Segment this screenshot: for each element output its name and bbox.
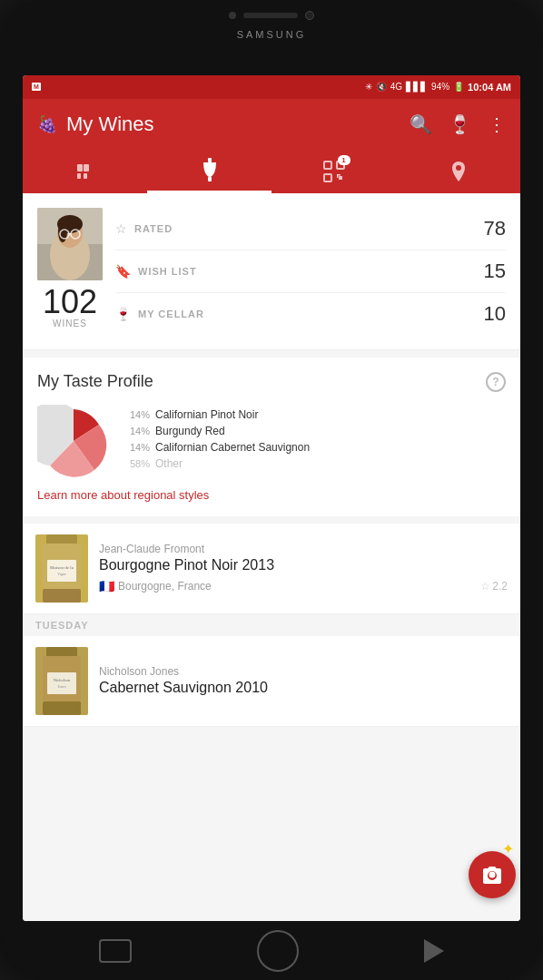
status-time: 10:04 AM xyxy=(468,82,511,93)
legend-label-2: Californian Cabernet Sauvignon xyxy=(155,441,310,454)
svg-rect-11 xyxy=(337,174,339,178)
status-bar: M ✳ 🔇 4G ▋▋▋ 94% 🔋 10:04 AM xyxy=(23,75,520,99)
more-icon[interactable]: ⋮ xyxy=(488,113,506,135)
status-right: ✳ 🔇 4G ▋▋▋ 94% 🔋 10:04 AM xyxy=(365,82,511,93)
profile-left: 102 WINES xyxy=(37,208,103,328)
legend-item-3: 58% Other xyxy=(124,457,506,470)
legend-pct-0: 14% xyxy=(124,409,150,420)
legend-item-0: 14% Californian Pinot Noir xyxy=(124,408,506,421)
recent-apps-btn[interactable] xyxy=(99,939,132,963)
wine-name-1: Cabernet Sauvignon 2010 xyxy=(99,680,508,696)
svg-rect-3 xyxy=(84,173,87,179)
battery-pct: 94% xyxy=(431,82,449,92)
content-area: 102 WINES ☆ RATED 78 🔖 xyxy=(23,193,520,922)
stat-rated[interactable]: ☆ RATED 78 xyxy=(115,208,506,250)
wine-count-block: 102 WINES xyxy=(43,286,97,328)
svg-point-12 xyxy=(456,165,461,171)
back-btn[interactable] xyxy=(424,939,444,963)
speaker-dot-left xyxy=(229,12,236,19)
svg-rect-25 xyxy=(43,589,81,603)
svg-rect-0 xyxy=(77,164,83,172)
wine-info-0: Jean-Claude Fromont Bourgogne Pinot Noir… xyxy=(99,543,508,593)
stat-cellar[interactable]: 🍷 MY CELLAR 10 xyxy=(115,293,506,335)
rating-star-icon: ☆ xyxy=(480,580,490,593)
svg-rect-1 xyxy=(84,164,89,172)
nav-left: 🍇 My Wines xyxy=(37,113,154,136)
svg-rect-2 xyxy=(77,173,81,179)
front-camera xyxy=(305,11,314,20)
svg-rect-8 xyxy=(324,174,331,181)
legend-item-2: 14% Californian Cabernet Sauvignon xyxy=(124,441,506,454)
stat-wishlist-count: 15 xyxy=(484,260,506,283)
mute-icon: 🔇 xyxy=(376,82,387,92)
svg-rect-9 xyxy=(339,176,342,180)
learn-more-link[interactable]: Learn more about regional styles xyxy=(37,488,506,502)
stat-wishlist-left: 🔖 WISH LIST xyxy=(115,264,197,279)
day-label: TUESDAY xyxy=(23,614,520,636)
stat-rated-count: 78 xyxy=(484,217,506,240)
wine-item-0[interactable]: Maison de la Vigne Jean-Claude Fromont B… xyxy=(23,524,520,614)
tab-cellar[interactable] xyxy=(23,150,147,193)
svg-text:Nicholson: Nicholson xyxy=(54,678,71,682)
grape-icon: 🍇 xyxy=(37,114,57,134)
profile-stats: ☆ RATED 78 🔖 WISH LIST 15 xyxy=(115,208,506,335)
svg-rect-6 xyxy=(324,162,331,169)
screen: M ✳ 🔇 4G ▋▋▋ 94% 🔋 10:04 AM 🍇 My Wines 🔍… xyxy=(23,75,520,922)
region-text-0: Bourgogne, France xyxy=(118,580,212,593)
help-icon[interactable]: ? xyxy=(486,372,506,392)
svg-text:Maison de la: Maison de la xyxy=(50,565,74,570)
wine-producer-0: Jean-Claude Fromont xyxy=(99,543,508,555)
stat-cellar-label: MY CELLAR xyxy=(138,309,204,319)
wine-region-0: 🇫🇷 Bourgogne, France xyxy=(99,579,212,593)
legend-label-0: Californian Pinot Noir xyxy=(155,408,258,421)
legend-pct-3: 58% xyxy=(124,458,150,469)
top-nav: 🍇 My Wines 🔍 🍷 ⋮ xyxy=(23,99,520,150)
user-avatar[interactable] xyxy=(37,208,103,280)
pie-chart xyxy=(37,405,110,477)
legend-pct-2: 14% xyxy=(124,442,150,453)
star-icon: ☆ xyxy=(115,221,127,236)
taste-content: 14% Californian Pinot Noir 14% Burgundy … xyxy=(37,405,506,477)
tab-scan[interactable]: 1 xyxy=(272,150,396,193)
tab-bar: 1 xyxy=(23,150,520,193)
svg-text:Jones: Jones xyxy=(58,684,66,689)
phone-hardware-bottom xyxy=(0,921,543,980)
legend-label-3: Other xyxy=(155,457,183,470)
tab-map[interactable] xyxy=(396,150,520,193)
stat-rated-label: RATED xyxy=(134,223,173,234)
legend-label-1: Burgundy Red xyxy=(155,425,225,437)
scan-badge: 1 xyxy=(338,155,350,165)
wine-name-0: Bourgogne Pinot Noir 2013 xyxy=(99,557,508,573)
taste-legend: 14% Californian Pinot Noir 14% Burgundy … xyxy=(124,408,506,474)
wine-thumbnail-0: Maison de la Vigne xyxy=(35,534,88,603)
cellar-icon: 🍷 xyxy=(115,307,131,321)
speaker-bar xyxy=(243,13,298,18)
phone-hardware-top xyxy=(0,0,543,25)
rating-value-0: 2.2 xyxy=(492,580,508,593)
wine-number: 102 xyxy=(43,286,97,318)
stat-rated-left: ☆ RATED xyxy=(115,221,173,236)
status-left: M xyxy=(32,83,41,91)
search-icon[interactable]: 🔍 xyxy=(410,113,432,135)
svg-rect-5 xyxy=(208,177,212,181)
bookmark-icon: 🔖 xyxy=(115,264,131,279)
signal-icon: 4G xyxy=(390,82,402,92)
home-btn[interactable] xyxy=(257,930,299,972)
stat-wishlist[interactable]: 🔖 WISH LIST 15 xyxy=(115,250,506,293)
bluetooth-icon: ✳ xyxy=(365,82,372,92)
gmail-icon: M xyxy=(32,83,41,91)
camera-fab[interactable] xyxy=(469,851,516,898)
taste-header: My Taste Profile ? xyxy=(37,372,506,392)
nav-icons: 🔍 🍷 ⋮ xyxy=(410,113,506,135)
france-flag: 🇫🇷 xyxy=(99,579,114,593)
svg-rect-33 xyxy=(47,672,76,694)
svg-text:Vigne: Vigne xyxy=(57,572,66,576)
signal-bars: ▋▋▋ xyxy=(406,82,428,92)
taste-profile-section: My Taste Profile ? xyxy=(23,358,520,516)
stat-cellar-left: 🍷 MY CELLAR xyxy=(115,307,204,321)
tab-wines[interactable] xyxy=(147,150,272,193)
filter-icon[interactable]: 🍷 xyxy=(449,113,471,135)
wine-info-1: Nicholson Jones Cabernet Sauvignon 2010 xyxy=(99,665,508,696)
wine-item-1[interactable]: Nicholson Jones Nicholson Jones Cabernet… xyxy=(23,636,520,727)
phone-device: SAMSUNG M ✳ 🔇 4G ▋▋▋ 94% 🔋 10:04 AM 🍇 My… xyxy=(0,0,543,980)
